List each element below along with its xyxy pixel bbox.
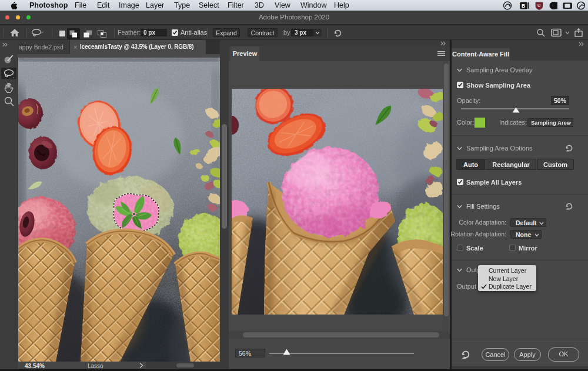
svg-text:U: U bbox=[537, 3, 540, 8]
svg-text:B: B bbox=[522, 3, 526, 9]
